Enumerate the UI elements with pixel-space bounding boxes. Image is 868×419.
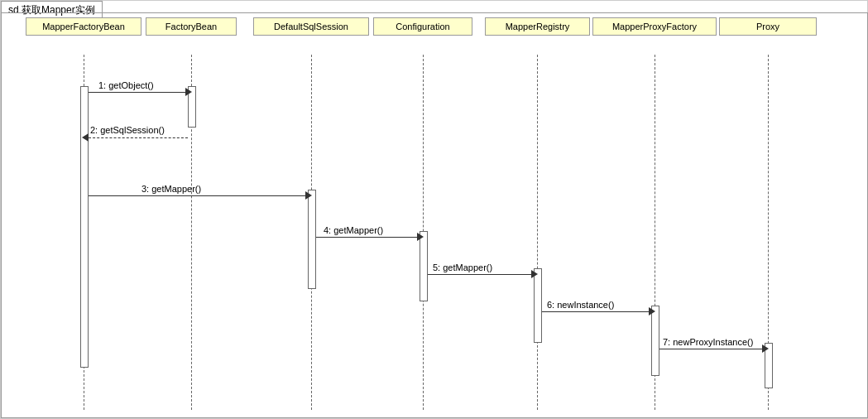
activation-5-to	[534, 268, 542, 343]
arrow-1	[89, 92, 188, 93]
label-3: 3: getMapper()	[141, 184, 201, 194]
lifeline-proxy: Proxy	[719, 17, 817, 36]
label-2: 2: getSqlSession()	[90, 125, 165, 135]
arrowhead-3	[305, 191, 312, 200]
activation-6-to	[651, 306, 659, 376]
activation-3-to	[308, 190, 316, 289]
arrow-3	[89, 195, 308, 196]
arrowhead-1	[185, 88, 192, 96]
lifeline-factoryBean: FactoryBean	[146, 17, 237, 36]
diagram-container: sd 获取Mapper实例 MapperFactoryBean FactoryB…	[0, 0, 868, 419]
arrowhead-4	[417, 233, 424, 241]
lifeline-configuration: Configuration	[373, 17, 472, 36]
label-6: 6: newInstance()	[547, 300, 614, 310]
arrow-4	[316, 237, 420, 238]
arrow-5	[428, 274, 534, 275]
lifeline-mapperProxyFactory: MapperProxyFactory	[592, 17, 717, 36]
label-4: 4: getMapper()	[324, 225, 383, 235]
lifeline-defaultSqlSession: DefaultSqlSession	[253, 17, 369, 36]
lifeline-mapperRegistry: MapperRegistry	[485, 17, 590, 36]
label-5: 5: getMapper()	[433, 262, 492, 272]
activation-1-from	[80, 86, 89, 368]
label-7: 7: newProxyInstance()	[663, 337, 753, 347]
arrowhead-5	[531, 270, 538, 278]
activation-4-to	[420, 231, 428, 301]
arrow-7	[659, 349, 765, 349]
label-1: 1: getObject()	[98, 80, 154, 90]
lifeline-line-mapperRegistry	[537, 55, 538, 410]
arrowhead-2	[82, 133, 89, 142]
lifeline-mapperFactoryBean: MapperFactoryBean	[26, 17, 141, 36]
arrowhead-7	[762, 344, 769, 353]
arrowhead-6	[649, 307, 655, 315]
arrow-2	[89, 137, 188, 138]
arrow-6	[542, 311, 651, 312]
diagram-frame	[1, 12, 868, 418]
